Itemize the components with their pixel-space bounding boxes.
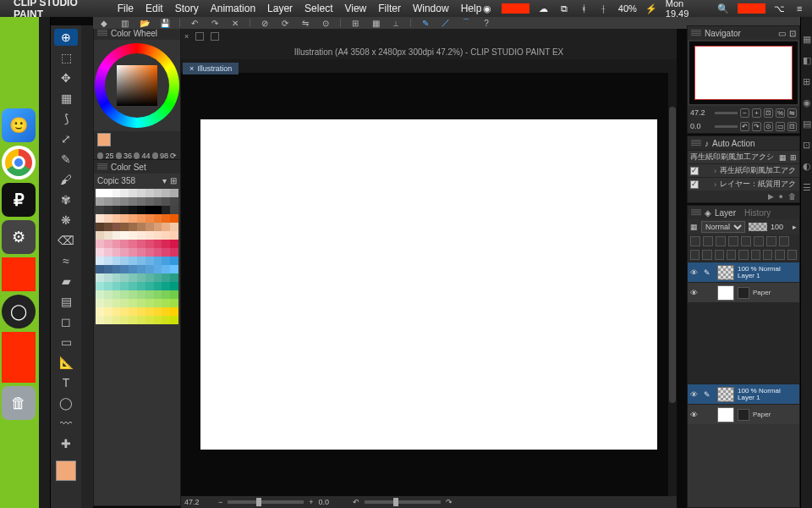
rot-opt-icon[interactable]: ▭ (776, 122, 785, 131)
swatch-menu-icon[interactable]: ▾ (162, 176, 167, 185)
battery-icon[interactable]: ⚡ (645, 3, 657, 14)
swatch-cell[interactable] (120, 189, 129, 197)
swatch-cell[interactable] (104, 265, 112, 273)
swatch-cell[interactable] (112, 223, 121, 231)
swatch-cell[interactable] (120, 197, 129, 206)
swatch-cell[interactable] (120, 273, 129, 282)
swatch-cell[interactable] (129, 273, 137, 282)
rot-ccw-icon[interactable]: ↶ (353, 498, 359, 506)
swatch-cell[interactable] (112, 265, 121, 273)
swatch-cell[interactable] (120, 206, 129, 214)
swatch-cell[interactable] (129, 282, 137, 290)
swatch-cell[interactable] (120, 290, 129, 299)
swatch-cell[interactable] (162, 206, 170, 214)
delete-icon[interactable]: ✕ (229, 18, 241, 28)
swatch-cell[interactable] (129, 299, 137, 307)
rot-reset-icon[interactable]: ⊙ (764, 122, 773, 131)
arc-icon[interactable]: ⌒ (460, 18, 472, 28)
snap-icon[interactable]: ⊞ (349, 18, 361, 28)
swatch-cell[interactable] (154, 189, 162, 197)
swatch-cell[interactable] (129, 231, 137, 240)
swatch-cell[interactable] (129, 257, 137, 265)
swatch-cell[interactable] (162, 240, 170, 248)
tool-fill[interactable]: ▰ (54, 273, 78, 290)
menu-animation[interactable]: Animation (211, 3, 255, 14)
canvas[interactable] (200, 119, 656, 450)
swatch-cell[interactable] (162, 273, 170, 282)
clip-icon[interactable]: ◆ (98, 18, 110, 28)
li[interactable] (727, 250, 736, 260)
swatch-cell[interactable] (104, 189, 112, 197)
swatch-cell[interactable] (96, 282, 104, 290)
chevron-right-icon[interactable]: › (714, 167, 716, 175)
dropbox-icon[interactable]: ⧉ (558, 3, 570, 14)
swatch-cell[interactable] (145, 282, 154, 290)
swatch-cell[interactable] (112, 214, 121, 223)
swatch-cell[interactable] (154, 282, 162, 290)
li[interactable] (779, 236, 789, 246)
flip-icon[interactable]: ⇋ (299, 18, 311, 28)
swatch-cell[interactable] (120, 214, 129, 223)
rail-icon[interactable]: ☰ (803, 182, 811, 193)
help-icon[interactable]: ? (480, 18, 492, 28)
tool-blend[interactable]: ≈ (54, 252, 78, 269)
visibility-icon[interactable]: 👁 (690, 289, 700, 297)
nav-zoom[interactable]: 47.2 (690, 108, 712, 117)
swatch-cell[interactable] (129, 206, 137, 214)
fit-icon[interactable]: ⊡ (764, 108, 773, 118)
line-icon[interactable]: ／ (440, 18, 452, 28)
swatch-cell[interactable] (162, 282, 170, 290)
rail-icon[interactable]: ⊡ (803, 140, 810, 151)
swatch-cell[interactable] (104, 197, 112, 206)
menu-filter[interactable]: Filter (378, 3, 401, 14)
opacity-slider[interactable] (749, 223, 767, 231)
new-icon[interactable]: ▥ (118, 18, 130, 28)
tool-move[interactable]: ✥ (54, 69, 78, 86)
action-row[interactable]: ›再生紙印刷風加工アクショ (688, 163, 799, 177)
panel-header[interactable]: Color Set (94, 160, 180, 174)
swatch-cell[interactable] (96, 316, 104, 324)
opacity-value[interactable]: 100 (771, 223, 789, 231)
swatch-cell[interactable] (104, 206, 112, 214)
play-icon[interactable]: ▶ (768, 192, 774, 201)
zoom-out-icon[interactable]: − (218, 498, 222, 506)
dock-red-app2-icon[interactable] (2, 332, 36, 383)
swatch-cell[interactable] (145, 316, 154, 324)
swatch-cell[interactable] (137, 223, 145, 231)
swatch-cell[interactable] (154, 240, 162, 248)
tool-lasso[interactable]: ⟆ (54, 110, 78, 127)
rot-cw-icon[interactable]: ↷ (752, 122, 761, 131)
layer-row[interactable]: 👁✎100 % NormalLayer 1 (688, 384, 799, 404)
menu-file[interactable]: File (118, 3, 134, 14)
nav-rot[interactable]: 0.0 (690, 122, 712, 130)
swatch-cell[interactable] (162, 231, 170, 240)
zoom-reset-icon[interactable]: ⊙ (320, 18, 332, 28)
pen-p-icon[interactable]: ✎ (420, 18, 431, 28)
panel-opt-icon[interactable]: ⊡ (789, 29, 796, 38)
chevron-right-icon[interactable]: › (714, 180, 716, 189)
swatch-cell[interactable] (145, 299, 154, 307)
swatch-cell[interactable] (145, 206, 154, 214)
swatch-cell[interactable] (170, 206, 178, 214)
tool-pen[interactable]: ✎ (54, 151, 78, 168)
rec-indicator-2-icon[interactable] (738, 3, 765, 14)
save-icon[interactable]: 💾 (159, 18, 171, 28)
fg-color-swatch[interactable] (97, 133, 111, 146)
swatch-cell[interactable] (104, 231, 112, 240)
swatch-cell[interactable] (170, 257, 178, 265)
rotate-icon[interactable]: ⟳ (279, 18, 291, 28)
clear-icon[interactable]: ⊘ (259, 18, 271, 28)
min-window-icon[interactable] (195, 32, 204, 41)
rot-opt-icon[interactable]: ⊡ (787, 122, 797, 131)
swatch-cell[interactable] (96, 307, 104, 316)
tool-gradient[interactable]: ▤ (54, 293, 78, 310)
swatch-cell[interactable] (154, 265, 162, 273)
rec-indicator-icon[interactable] (502, 3, 529, 14)
swatch-cell[interactable] (145, 214, 154, 223)
swatch-cell[interactable] (112, 231, 121, 240)
panel-header[interactable]: ♪ Auto Action (688, 136, 799, 150)
swatch-cell[interactable] (96, 273, 104, 282)
swatch-cell[interactable] (96, 223, 104, 231)
ratio-icon[interactable]: % (776, 108, 785, 118)
menu-select[interactable]: Select (304, 3, 332, 14)
